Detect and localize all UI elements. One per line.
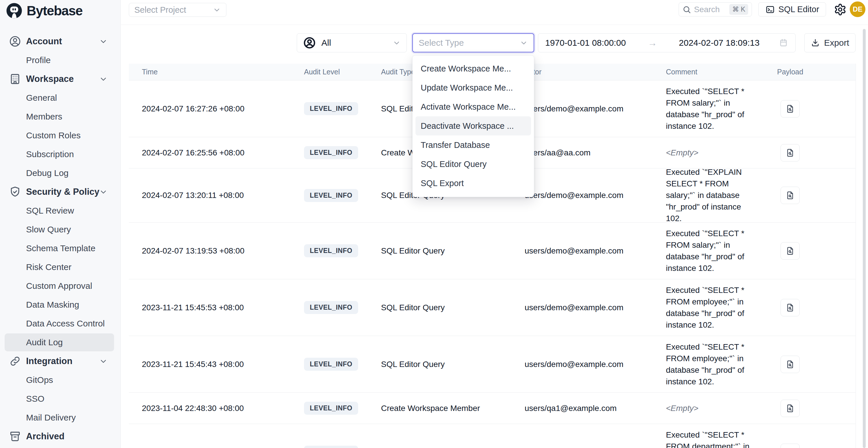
sidebar-item-integration[interactable]: Integration [5,352,114,370]
sidebar-item-account[interactable]: Account [5,32,114,50]
row-audit-type: SQL Editor Query [381,223,445,279]
payload-view-button[interactable] [781,444,800,448]
payload-view-button[interactable] [781,242,800,260]
payload-view-button[interactable] [781,299,800,316]
menu-item-deactivate-workspace-member[interactable]: Deactivate Workspace ... [415,116,531,135]
sidebar-item-data-access-control[interactable]: Data Access Control [5,315,114,332]
download-icon [811,38,820,47]
sidebar-item-label: Custom Approval [26,281,92,291]
payload-view-button[interactable] [781,100,800,118]
payload-view-button[interactable] [781,144,800,161]
sidebar-item-label: Security & Policy [26,187,99,197]
menu-item-sql-export[interactable]: SQL Export [415,174,531,193]
sidebar-item-label: Subscription [26,149,74,159]
actor-filter-select[interactable]: All [297,33,407,53]
sidebar-item-custom-approval[interactable]: Custom Approval [5,277,114,295]
column-header-audit-level: Audit Level [304,64,340,80]
sidebar-item-profile[interactable]: Profile [5,51,114,69]
row-audit-level: LEVEL_INFO [304,168,358,222]
row-actor: users/demo@example.com [525,81,623,137]
gear-icon[interactable] [834,3,846,16]
export-label: Export [824,38,849,48]
file-search-icon [785,148,795,157]
brand-name: Bytebase [27,3,83,19]
export-button[interactable]: Export [804,33,856,53]
row-actor: users/qa1@example.com [525,393,617,424]
sidebar-item-mail-delivery[interactable]: Mail Delivery [5,409,114,426]
chevron-down-icon [520,39,528,47]
sidebar-item-general[interactable]: General [5,89,114,107]
payload-view-button[interactable] [781,400,800,417]
chevron-down-icon [213,6,221,14]
row-audit-level: LEVEL_INFO [304,424,358,448]
sidebar-item-audit-log[interactable]: Audit Log [5,333,114,351]
chevron-down-icon [99,357,108,365]
sidebar-item-label: General [26,93,57,103]
menu-item-sql-editor-query[interactable]: SQL Editor Query [415,155,531,174]
sidebar-item-slow-query[interactable]: Slow Query [5,221,114,238]
sidebar-item-label: Audit Log [26,338,63,347]
row-comment: Executed `"SELECT * FROM salary;"` in da… [666,86,757,132]
row-actor: users/demo@example.com [525,279,623,336]
bytebase-logo[interactable]: Bytebase [6,2,83,19]
sidebar-item-label: Archived [26,431,65,442]
row-time: 2024-02-07 13:20:11 +08:00 [142,168,244,222]
sidebar-item-archived[interactable]: Archived [5,427,114,445]
sidebar-item-risk-center[interactable]: Risk Center [5,258,114,276]
sql-editor-label: SQL Editor [778,5,819,14]
row-audit-level: LEVEL_INFO [304,279,358,336]
sidebar-item-label: Profile [26,55,51,65]
row-time: 2023-11-21 15:45:53 +08:00 [142,279,244,336]
row-audit-level: LEVEL_INFO [304,81,358,137]
menu-item-update-workspace-member[interactable]: Update Workspace Me... [415,78,531,97]
date-range-picker[interactable]: 1970-01-01 08:00:00 → 2024-02-07 18:09:1… [538,33,796,53]
project-select-placeholder: Select Project [134,5,186,15]
menu-item-activate-workspace-member[interactable]: Activate Workspace Me... [415,97,531,116]
file-search-icon [785,303,795,312]
sidebar-item-sso[interactable]: SSO [5,390,114,408]
sidebar-item-label: Data Access Control [26,319,105,328]
sidebar-item-subscription[interactable]: Subscription [5,145,114,163]
type-filter-select[interactable]: Select Type [412,33,534,53]
sidebar-item-schema-template[interactable]: Schema Template [5,239,114,257]
sidebar-item-gitops[interactable]: GitOps [5,371,114,389]
sidebar-item-label: SSO [26,394,44,404]
row-comment: <Empty> [666,403,757,414]
sidebar-item-debug-log[interactable]: Debug Log [5,164,114,182]
sidebar-item-label: Custom Roles [26,130,81,140]
table-row: 2023-11-21 15:45:53 +08:00 LEVEL_INFO SQ… [129,279,856,336]
date-end-value[interactable]: 2024-02-07 18:09:13 [679,38,760,48]
sql-editor-button[interactable]: SQL Editor [758,2,826,17]
vertical-scrollbar[interactable] [863,29,866,448]
payload-view-button[interactable] [781,356,800,373]
row-actor: users/demo@example.com [525,424,623,448]
row-actor: users/demo@example.com [525,223,623,279]
sidebar-item-data-masking[interactable]: Data Masking [5,296,114,314]
date-start-value[interactable]: 1970-01-01 08:00:00 [545,38,626,48]
level-badge: LEVEL_INFO [304,446,358,448]
row-audit-level: LEVEL_INFO [304,336,358,392]
chevron-down-icon [99,37,108,46]
arrow-right-icon: → [645,38,660,48]
payload-view-button[interactable] [781,187,800,204]
row-audit-type: SQL Editor Query [381,279,445,336]
row-actor: users/aa@aa.com [525,137,591,168]
type-filter-dropdown-menu: Create Workspace Me... Update Workspace … [412,55,534,197]
row-comment: Executed `"SELECT * FROM employee;"` in … [666,285,757,331]
chevron-down-icon [99,75,108,83]
sidebar-item-label: Account [26,36,62,46]
sidebar-item-members[interactable]: Members [5,108,114,126]
column-header-comment: Comment [666,64,697,80]
project-select[interactable]: Select Project [129,3,226,17]
level-badge: LEVEL_INFO [304,358,358,371]
sidebar-item-security-policy[interactable]: Security & Policy [5,183,114,201]
sidebar-item-workspace[interactable]: Workspace [5,70,114,88]
menu-item-create-workspace-member[interactable]: Create Workspace Me... [415,59,531,78]
avatar[interactable]: DE [850,1,865,17]
search-input[interactable]: Search ⌘ K [679,2,752,17]
sidebar-item-custom-roles[interactable]: Custom Roles [5,126,114,145]
sidebar-item-sql-review[interactable]: SQL Review [5,202,114,220]
sidebar-item-label: Slow Query [26,225,71,234]
chevron-down-icon [393,39,401,47]
menu-item-transfer-database[interactable]: Transfer Database [415,135,531,155]
